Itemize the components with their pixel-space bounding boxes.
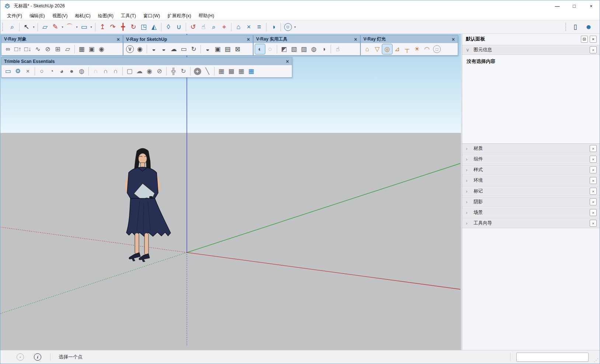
material-sphere-icon[interactable]: ◐	[255, 44, 265, 54]
cloud-density-3-icon[interactable]: ●	[67, 66, 77, 76]
export-proxy-icon[interactable]: □↑	[13, 44, 23, 54]
menu-item-5[interactable]: 工具(T)	[117, 12, 140, 20]
menu-item-4[interactable]: 绘图(R)	[94, 12, 117, 20]
sphere-light-icon[interactable]: ◎	[382, 44, 392, 54]
section-close-icon[interactable]: ×	[590, 177, 597, 184]
toolbar-title-bar[interactable]: V-Ray for SketchUp×	[123, 35, 253, 43]
omni-light-icon[interactable]: ☀	[412, 44, 422, 54]
settings-icon[interactable]: ⚙	[13, 66, 23, 76]
close-icon[interactable]: ×	[286, 59, 289, 64]
magnet-snap-icon[interactable]: ∩	[111, 66, 121, 76]
region-box-icon[interactable]: ▢	[125, 66, 135, 76]
offset-icon[interactable]: ◭	[149, 22, 159, 32]
panel-section[interactable]: ›环境×	[462, 176, 600, 185]
entity-info-header[interactable]: ∨ 图元信息 ×	[462, 45, 600, 55]
frame-buffer-icon[interactable]: ▭	[179, 44, 189, 54]
chevron-down-icon[interactable]: ▾	[89, 25, 93, 29]
scatter-edit-icon[interactable]: ▣	[87, 44, 97, 54]
batch-render-icon[interactable]: ▤	[223, 44, 233, 54]
measurement-input[interactable]	[516, 353, 589, 362]
vfb-window-icon[interactable]: ▣	[213, 44, 223, 54]
toolbar-grip[interactable]	[565, 23, 569, 31]
viewport-canvas[interactable]: V-Ray 对象×∞□↑□↓∿⊘⊞▱▦▣◉V-Ray for SketchUp×…	[0, 34, 461, 350]
dome-light-icon[interactable]: ◠	[422, 44, 432, 54]
scatter-icon[interactable]: ▦	[77, 44, 87, 54]
asset-editor-icon[interactable]: ◉	[135, 44, 145, 54]
send-to-layout-icon[interactable]: ≡	[254, 22, 264, 32]
region-yarn-icon[interactable]: ◉	[144, 66, 154, 76]
pick-dashed-icon[interactable]: ◌	[265, 44, 275, 54]
rotate-cloud-icon[interactable]: ↻	[178, 66, 188, 76]
magnet-icon[interactable]: ∩	[101, 66, 111, 76]
eraser-icon[interactable]: ▱	[40, 22, 50, 32]
menu-item-6[interactable]: 窗口(W)	[140, 12, 164, 20]
render-interactive-icon[interactable]: ◒	[159, 44, 169, 54]
zoom-window-icon[interactable]: ⌕	[7, 22, 17, 32]
viewport-render-icon[interactable]: ◒	[203, 44, 213, 54]
panel-section[interactable]: ›阴影×	[462, 197, 600, 207]
scale-icon[interactable]: ◳	[139, 22, 149, 32]
pick-object-icon[interactable]: ☝	[333, 44, 343, 54]
delete-icon[interactable]: ×	[23, 66, 33, 76]
infinite-plane-icon[interactable]: ∞	[3, 44, 13, 54]
render-cloud-icon[interactable]: ☁	[169, 44, 179, 54]
magnet-disabled-icon[interactable]: ∩	[91, 66, 101, 76]
cloud-density-0-icon[interactable]: ○	[37, 66, 47, 76]
new-file-icon[interactable]: ▯	[570, 22, 580, 32]
menu-item-0[interactable]: 文件(F)	[3, 12, 26, 20]
section-close-icon[interactable]: ×	[590, 198, 597, 205]
3d-warehouse-icon[interactable]: ⌂	[233, 22, 244, 32]
panel-section[interactable]: ›标记×	[462, 186, 600, 196]
vray-logo-icon[interactable]: V	[125, 44, 135, 54]
tape-measure-icon[interactable]: ◊	[163, 22, 174, 32]
checker-hemisphere-icon[interactable]: ◑	[319, 44, 329, 54]
geolocation-icon[interactable]: •	[17, 353, 24, 361]
panel-section[interactable]: ›组件×	[462, 154, 600, 164]
panel-section[interactable]: ›场景×	[462, 208, 600, 218]
section-close-icon[interactable]: ×	[590, 209, 597, 216]
minimize-button[interactable]: —	[549, 0, 566, 11]
cloud-density-striped-icon[interactable]: ◍	[77, 66, 87, 76]
move-icon[interactable]: ╋	[118, 22, 128, 32]
zoom-icon[interactable]: ⌕	[209, 22, 219, 32]
line-icon[interactable]: ✎	[50, 22, 60, 32]
panel-close-icon[interactable]: ×	[590, 36, 597, 43]
extension-warehouse-icon[interactable]: ×	[244, 22, 254, 32]
rectangle-icon[interactable]: ▭	[79, 22, 89, 32]
checker-sphere-icon[interactable]: ◍	[309, 44, 319, 54]
entity-info-close-icon[interactable]: ×	[590, 46, 597, 53]
render-icon[interactable]: ◒	[149, 44, 159, 54]
info-icon[interactable]: i	[34, 353, 41, 361]
close-icon[interactable]: ×	[247, 37, 250, 42]
menu-item-7[interactable]: 扩展程序(x)	[164, 12, 195, 20]
import-proxy-icon[interactable]: □↓	[23, 44, 33, 54]
checker-box-a-icon[interactable]: ▧	[289, 44, 299, 54]
checker-box-b-icon[interactable]: ▨	[299, 44, 309, 54]
orbit-icon[interactable]: ↺	[188, 22, 198, 32]
mesh-clipper-icon[interactable]: ⊞	[53, 44, 63, 54]
maximize-button[interactable]: □	[566, 0, 583, 11]
section-close-icon[interactable]: ×	[590, 220, 597, 227]
clipper-icon[interactable]: ⊘	[43, 44, 53, 54]
cloud-density-2-icon[interactable]: ◕	[57, 66, 67, 76]
add-point-icon[interactable]: +	[192, 66, 202, 76]
collaboration-icon[interactable]: ☻	[583, 22, 594, 32]
mesh-dense-icon[interactable]: ▦	[236, 66, 246, 76]
spot-light-icon[interactable]: ⊿	[392, 44, 402, 54]
menu-item-3[interactable]: 相机(C)	[71, 12, 94, 20]
mesh-light-icon[interactable]: □	[432, 44, 442, 54]
toolbar-grip[interactable]	[2, 23, 6, 31]
close-icon[interactable]: ×	[116, 37, 120, 42]
pan-icon[interactable]: ☝	[198, 22, 209, 32]
toolbar-title-bar[interactable]: V-Ray 实用工具×	[254, 35, 360, 43]
panel-section[interactable]: ›材质×	[462, 144, 600, 153]
close-icon[interactable]: ×	[354, 37, 357, 42]
toolbar-title-bar[interactable]: V-Ray 灯光×	[361, 35, 458, 43]
chevron-down-icon[interactable]: ▾	[60, 25, 64, 29]
zoom-extents-icon[interactable]: ⌖	[219, 22, 229, 32]
checker-plane-icon[interactable]: ◩	[279, 44, 289, 54]
open-folder-icon[interactable]: ▭	[3, 66, 13, 76]
section-close-icon[interactable]: ×	[590, 166, 597, 173]
select-icon[interactable]: ↖	[21, 22, 32, 32]
account-icon[interactable]: ☺	[283, 22, 293, 32]
